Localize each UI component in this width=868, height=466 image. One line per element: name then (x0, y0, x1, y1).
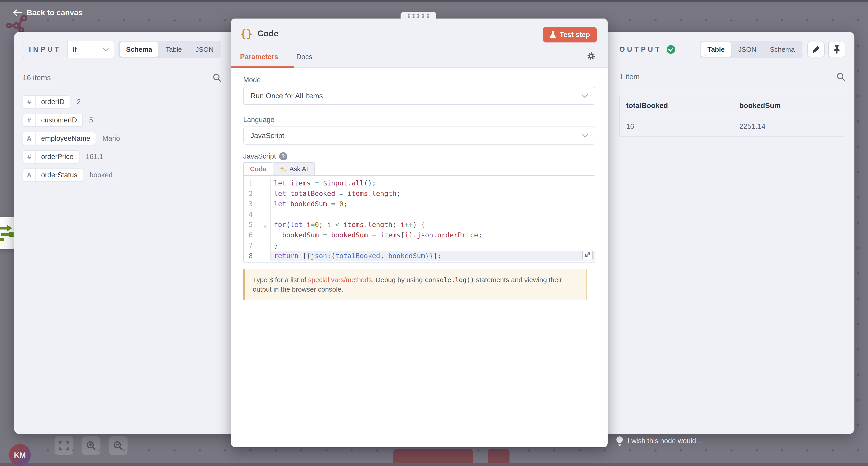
input-tab-table[interactable]: Table (159, 42, 188, 57)
output-table: totalBookedbookedSum 162251.14 (619, 95, 845, 137)
code-line: 1let items = $input.all(); (244, 178, 595, 189)
language-select[interactable]: JavaScript (243, 127, 595, 144)
table-row: 162251.14 (620, 116, 845, 137)
success-check-icon (666, 45, 676, 54)
line-number: 5 (244, 220, 271, 230)
fold-chevron-icon[interactable] (263, 221, 267, 231)
output-search-button[interactable] (836, 72, 845, 81)
output-tab-table[interactable]: Table (701, 42, 731, 57)
fit-view-button[interactable] (54, 436, 74, 455)
drag-dot (408, 13, 410, 15)
input-view-tabs: Schema Table JSON (119, 41, 221, 58)
editor-tab-ask-ai[interactable]: Ask AI (273, 162, 315, 175)
editor-tabs: Code Ask AI (243, 162, 595, 175)
schema-field-pill[interactable]: #customerID (23, 113, 83, 127)
code-editor[interactable]: 1let items = $input.all();2let totalBook… (243, 175, 595, 263)
schema-field-value: Mario (102, 134, 120, 142)
schema-field-list: #orderID2#customerID5AemployeeNameMario#… (23, 95, 221, 181)
zoom-out-button[interactable] (108, 436, 128, 455)
pin-data-button[interactable] (828, 42, 845, 57)
node-parameters: Mode Run Once for All Items Language Jav… (231, 76, 608, 300)
drag-dot (417, 16, 419, 18)
code-line: 5for(let i=0; i < items.length; i++) { (244, 220, 595, 230)
input-tab-json[interactable]: JSON (189, 42, 220, 57)
table-cell: 16 (620, 116, 733, 137)
output-panel: OUTPUT Table JSON Schema (608, 32, 855, 434)
special-vars-link[interactable]: special vars/methods (308, 276, 372, 284)
edit-output-button[interactable] (807, 42, 825, 57)
avatar[interactable]: KM (9, 444, 31, 466)
zoom-in-button[interactable] (81, 436, 101, 455)
search-icon (213, 73, 221, 82)
code-node-panel: {} Code Test step Parameters Docs Mode (231, 19, 608, 447)
fit-view-icon (59, 441, 69, 451)
tab-docs[interactable]: Docs (296, 53, 312, 61)
code-node-icon: {} (240, 28, 252, 40)
drag-dot (417, 13, 419, 15)
test-step-button[interactable]: Test step (543, 27, 597, 42)
schema-field[interactable]: AemployeeNameMario (23, 132, 221, 145)
drag-dot (422, 13, 424, 15)
top-window-strip (0, 0, 868, 2)
input-source-select[interactable]: INPUT If (23, 41, 114, 58)
line-number: 6 (244, 230, 271, 240)
drag-dot (412, 13, 414, 15)
code-line: 4 (244, 209, 595, 220)
editor-tab-code[interactable]: Code (243, 162, 273, 175)
output-tab-schema[interactable]: Schema (764, 42, 801, 57)
code-line: 3let bookedSum = 0; (244, 199, 595, 209)
zoom-out-icon (113, 440, 123, 451)
input-source-value: If (72, 45, 76, 54)
schema-field-value: 161.1 (86, 153, 103, 161)
drag-dot (427, 16, 429, 18)
column-header: totalBooked (620, 95, 733, 116)
active-tab-indicator (231, 66, 294, 68)
schema-field-pill[interactable]: #orderID (23, 95, 70, 108)
drag-dot (427, 13, 429, 15)
search-icon (836, 72, 845, 81)
schema-field-pill[interactable]: AemployeeName (23, 132, 96, 145)
drag-dot (422, 16, 424, 18)
tab-parameters[interactable]: Parameters (240, 53, 278, 61)
schema-field-pill[interactable]: AorderStatus (23, 168, 83, 181)
schema-field-name: orderPrice (36, 151, 79, 163)
wish-label: I wish this node would... (627, 437, 702, 445)
chevron-down-icon (581, 94, 588, 98)
input-panel: INPUT If Schema Table JSON 16 items #or (14, 32, 231, 434)
drag-handle[interactable] (401, 12, 436, 20)
test-step-label: Test step (560, 31, 590, 39)
flask-icon (550, 31, 556, 39)
mode-label: Mode (243, 76, 595, 84)
back-arrow-icon (13, 9, 22, 16)
line-number: 3 (244, 199, 271, 209)
drag-dot (408, 16, 410, 18)
schema-field[interactable]: #orderPrice161.1 (23, 150, 221, 163)
input-search-button[interactable] (213, 73, 221, 82)
node-feedback-button[interactable]: I wish this node would... (616, 436, 702, 446)
input-tab-schema[interactable]: Schema (120, 42, 158, 57)
output-items-count: 1 item (619, 72, 640, 81)
code-lines: 1let items = $input.all();2let totalBook… (244, 178, 595, 261)
output-tab-json[interactable]: JSON (732, 42, 763, 57)
schema-field[interactable]: AorderStatusbooked (23, 168, 221, 181)
back-label: Back to canvas (27, 8, 83, 17)
mode-select[interactable]: Run Once for All Items (243, 87, 595, 105)
canvas-zoom-controls (54, 436, 128, 455)
code-line: 2let totalBooked = items.length; (244, 189, 595, 199)
lightbulb-icon (616, 436, 623, 446)
table-cell: 2251.14 (733, 116, 845, 137)
line-number: 2 (244, 189, 271, 199)
line-number: 8 (244, 251, 271, 261)
back-to-canvas-button[interactable]: Back to canvas (13, 8, 83, 17)
code-line: 6 bookedSum = bookedSum + items[i].json.… (244, 230, 595, 240)
schema-field-pill[interactable]: #orderPrice (23, 150, 79, 163)
help-icon[interactable]: ? (279, 152, 287, 160)
pin-icon (833, 45, 841, 54)
number-type-icon: # (23, 96, 36, 108)
schema-field-name: employeeName (36, 132, 96, 144)
language-label: Language (243, 115, 595, 124)
schema-field[interactable]: #customerID5 (23, 113, 221, 127)
node-settings-button[interactable] (586, 51, 596, 61)
expand-editor-button[interactable] (582, 250, 593, 260)
schema-field[interactable]: #orderID2 (23, 95, 221, 108)
